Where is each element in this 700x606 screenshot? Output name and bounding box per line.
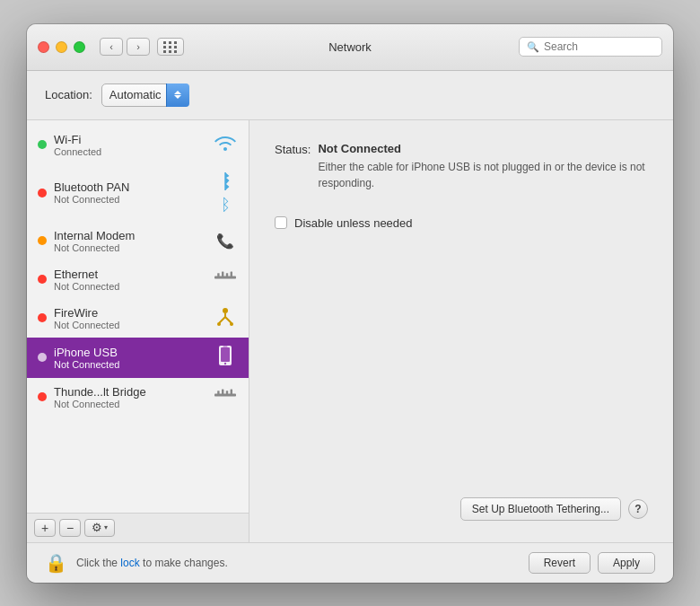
network-window: ‹ › Network 🔍 Location: Automatic — [27, 24, 673, 583]
svg-rect-18 — [226, 391, 228, 394]
svg-rect-2 — [222, 271, 223, 277]
back-button[interactable]: ‹ — [100, 38, 123, 56]
chevron-right-icon: › — [136, 41, 140, 52]
network-name-thunderbolt: Thunde...lt Bridge — [54, 385, 206, 399]
network-status-thunderbolt: Not Connected — [54, 399, 206, 409]
status-dot-bluetooth — [38, 189, 47, 198]
svg-rect-19 — [231, 389, 232, 394]
lock-link[interactable]: lock — [120, 557, 139, 569]
svg-rect-12 — [221, 347, 230, 362]
status-dot-wifi — [38, 140, 47, 149]
status-dot-modem — [38, 236, 47, 245]
svg-point-5 — [223, 308, 228, 313]
status-info: Not Connected Either the cable for iPhon… — [318, 142, 648, 191]
status-dot-ethernet — [38, 275, 47, 284]
bluetooth-tethering-button[interactable]: Set Up Bluetooth Tethering... — [460, 497, 621, 521]
main-panel: Status: Not Connected Either the cable f… — [249, 120, 673, 542]
bottom-bar: 🔒 Click the lock to make changes. Revert… — [27, 542, 673, 583]
location-toolbar: Location: Automatic — [27, 71, 673, 120]
status-value: Not Connected — [318, 142, 648, 155]
window-title: Network — [328, 40, 372, 54]
network-name-firewire: FireWire — [54, 306, 206, 320]
sidebar-item-modem[interactable]: Internal Modem Not Connected 📞 — [27, 222, 249, 260]
network-list: Wi-Fi Connected Blueto — [27, 120, 249, 513]
bluetooth-icon: ᛒ — [213, 171, 238, 215]
network-name-wifi: Wi-Fi — [54, 133, 206, 146]
gear-icon: ⚙ — [92, 521, 102, 534]
search-box[interactable]: 🔍 — [519, 37, 662, 57]
maximize-button[interactable] — [74, 41, 85, 53]
wifi-icon — [213, 135, 238, 155]
network-status-firewire: Not Connected — [54, 320, 206, 330]
add-network-button[interactable]: + — [34, 519, 56, 537]
svg-point-10 — [230, 322, 233, 326]
status-row: Status: Not Connected Either the cable f… — [275, 142, 648, 191]
status-description: Either the cable for iPhone USB is not p… — [318, 159, 648, 191]
svg-point-9 — [217, 322, 221, 326]
sidebar-footer: + − ⚙ ▾ — [27, 513, 249, 542]
lock-text-after: to make changes. — [143, 557, 228, 569]
remove-network-button[interactable]: − — [59, 519, 81, 537]
network-info-ethernet: Ethernet Not Connected — [54, 268, 206, 292]
svg-rect-1 — [217, 273, 219, 277]
checkbox-row: Disable unless needed — [275, 216, 648, 230]
network-status-wifi: Connected — [54, 146, 206, 157]
network-info-thunderbolt: Thunde...lt Bridge Not Connected — [54, 385, 206, 409]
lock-icon: 🔒 — [45, 552, 67, 574]
network-name-bluetooth: Bluetooth PAN — [54, 180, 206, 194]
network-info-iphone: iPhone USB Not Connected — [54, 346, 206, 370]
svg-rect-17 — [222, 389, 223, 394]
sidebar-item-firewire[interactable]: FireWire Not Connected — [27, 299, 249, 338]
content-area: Wi-Fi Connected Blueto — [27, 120, 673, 542]
panel-footer: Set Up Bluetooth Tethering... ? — [275, 497, 648, 521]
apply-button[interactable]: Apply — [598, 552, 655, 574]
modem-icon: 📞 — [213, 233, 238, 250]
network-status-modem: Not Connected — [54, 242, 206, 253]
svg-point-13 — [224, 362, 226, 364]
sidebar-item-iphone-usb[interactable]: iPhone USB Not Connected — [27, 338, 249, 378]
close-button[interactable] — [38, 41, 49, 53]
minus-icon: − — [66, 521, 74, 535]
thunderbolt-icon — [213, 388, 238, 407]
svg-rect-16 — [217, 391, 219, 394]
grid-button[interactable] — [157, 38, 184, 56]
iphone-icon — [213, 345, 238, 371]
lock-text-before: Click the — [76, 557, 118, 569]
search-icon: 🔍 — [527, 41, 539, 53]
network-info-bluetooth: Bluetooth PAN Not Connected — [54, 180, 206, 205]
sidebar: Wi-Fi Connected Blueto — [27, 120, 249, 542]
location-select[interactable]: Automatic — [101, 83, 189, 107]
network-status-ethernet: Not Connected — [54, 281, 206, 292]
network-name-modem: Internal Modem — [54, 229, 206, 242]
checkbox-label: Disable unless needed — [294, 216, 413, 230]
help-button[interactable]: ? — [628, 499, 648, 519]
plus-icon: + — [41, 521, 48, 535]
firewire-icon — [213, 307, 238, 329]
lock-text: Click the lock to make changes. — [76, 557, 228, 569]
status-label: Status: — [275, 142, 311, 156]
forward-button[interactable]: › — [127, 38, 150, 56]
traffic-lights — [38, 41, 85, 53]
network-info-firewire: FireWire Not Connected — [54, 306, 206, 330]
gear-menu-button[interactable]: ⚙ ▾ — [84, 519, 115, 537]
status-dot-firewire — [38, 313, 47, 322]
search-input[interactable] — [544, 40, 654, 53]
network-status-iphone: Not Connected — [54, 359, 206, 370]
svg-rect-14 — [223, 346, 228, 347]
sidebar-item-thunderbolt[interactable]: Thunde...lt Bridge Not Connected — [27, 378, 249, 417]
gear-dropdown-icon: ▾ — [104, 523, 108, 531]
minimize-button[interactable] — [56, 41, 67, 53]
network-status-bluetooth: Not Connected — [54, 194, 206, 205]
network-info-wifi: Wi-Fi Connected — [54, 133, 206, 157]
sidebar-item-wifi[interactable]: Wi-Fi Connected — [27, 126, 249, 164]
status-dot-iphone — [38, 353, 47, 362]
svg-rect-4 — [231, 271, 232, 277]
disable-unless-needed-checkbox[interactable] — [275, 216, 287, 229]
svg-line-7 — [219, 317, 225, 323]
chevron-left-icon: ‹ — [109, 41, 113, 52]
sidebar-item-bluetooth[interactable]: Bluetooth PAN Not Connected ᛒ — [27, 164, 249, 222]
revert-button[interactable]: Revert — [529, 552, 591, 574]
svg-line-8 — [225, 317, 232, 323]
location-select-wrapper: Automatic — [101, 83, 189, 107]
sidebar-item-ethernet[interactable]: Ethernet Not Connected — [27, 260, 249, 299]
